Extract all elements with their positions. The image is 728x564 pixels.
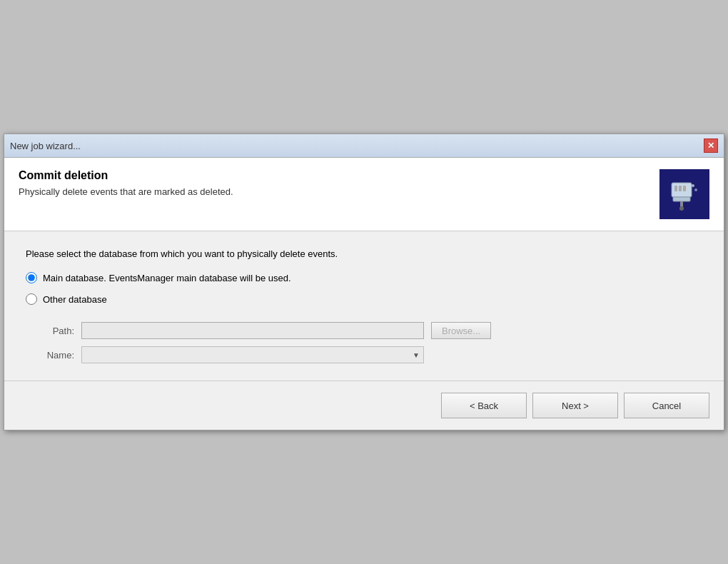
- content-section: Please select the database from which yo…: [4, 231, 724, 381]
- title-bar-text: New job wizard...: [10, 141, 81, 151]
- name-dropdown-wrapper: ▼: [81, 346, 424, 363]
- content-question: Please select the database from which yo…: [26, 248, 702, 259]
- back-button[interactable]: < Back: [441, 393, 527, 418]
- svg-rect-2: [679, 186, 682, 191]
- svg-rect-3: [683, 186, 686, 191]
- path-row: Path: Browse...: [46, 322, 702, 339]
- name-row: Name: ▼: [46, 346, 702, 363]
- header-title: Commit deletion: [19, 169, 645, 182]
- svg-rect-1: [674, 186, 677, 191]
- radio-other-db[interactable]: [26, 293, 37, 305]
- svg-point-7: [692, 184, 694, 187]
- next-button[interactable]: Next >: [532, 393, 618, 418]
- header-text: Commit deletion Physically delete events…: [19, 169, 645, 197]
- browse-button[interactable]: Browse...: [431, 322, 491, 339]
- svg-point-6: [679, 206, 684, 211]
- header-section: Commit deletion Physically delete events…: [4, 158, 724, 231]
- radio-item-other-db: Other database: [26, 293, 702, 305]
- path-input[interactable]: [81, 322, 424, 339]
- svg-point-8: [694, 188, 697, 191]
- radio-main-db-label[interactable]: Main database. EventsManager main databa…: [43, 273, 291, 283]
- path-label: Path:: [46, 326, 74, 336]
- dialog-window: New job wizard... ✕ Commit deletion Phys…: [4, 134, 724, 430]
- svg-rect-4: [673, 197, 690, 201]
- header-icon: [659, 169, 709, 219]
- radio-main-db[interactable]: [26, 272, 37, 283]
- name-label: Name:: [46, 350, 74, 361]
- close-button[interactable]: ✕: [704, 139, 718, 153]
- footer-section: < Back Next > Cancel: [4, 381, 724, 430]
- header-subtitle: Physically delete events that are marked…: [19, 186, 645, 197]
- radio-other-db-label[interactable]: Other database: [43, 294, 107, 305]
- radio-item-main-db: Main database. EventsManager main databa…: [26, 272, 702, 283]
- cancel-button[interactable]: Cancel: [624, 393, 709, 418]
- name-select[interactable]: [81, 346, 424, 363]
- other-db-fields: Path: Browse... Name: ▼: [46, 322, 702, 363]
- title-bar: New job wizard... ✕: [4, 134, 724, 158]
- network-plug-icon: [666, 176, 703, 213]
- radio-group: Main database. EventsManager main databa…: [26, 272, 702, 363]
